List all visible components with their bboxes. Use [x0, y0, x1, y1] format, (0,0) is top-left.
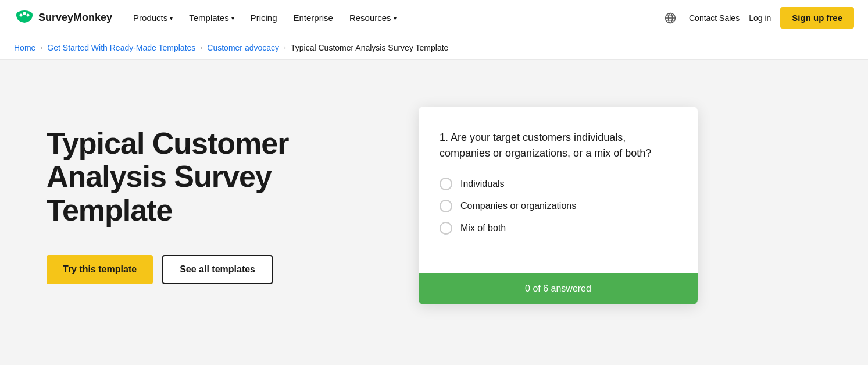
survey-content: 1. Are your target customers individuals… [419, 107, 698, 273]
main-nav: Products ▾ Templates ▾ Pricing Enterpris… [126, 8, 661, 27]
login-link[interactable]: Log in [749, 13, 771, 23]
page-title: Typical Customer Analysis Survey Templat… [47, 127, 372, 227]
svg-point-2 [23, 12, 26, 15]
survey-footer: 0 of 6 answered [419, 273, 698, 304]
hero-left: Typical Customer Analysis Survey Templat… [47, 127, 372, 284]
radio-button[interactable] [440, 178, 452, 190]
language-selector[interactable] [661, 9, 680, 27]
breadcrumb-current: Typical Customer Analysis Survey Templat… [291, 43, 448, 52]
option-label: Mix of both [460, 223, 506, 233]
survey-progress: 0 of 6 answered [525, 284, 591, 293]
svg-point-1 [20, 13, 23, 16]
chevron-down-icon: ▾ [231, 15, 234, 22]
chevron-down-icon: ▾ [394, 15, 397, 22]
contact-sales-link[interactable]: Contact Sales [689, 13, 740, 23]
survey-question: 1. Are your target customers individuals… [440, 130, 677, 161]
site-header: SurveyMonkey Products ▾ Templates ▾ Pric… [0, 0, 868, 36]
nav-templates[interactable]: Templates ▾ [182, 8, 241, 27]
survey-preview: 1. Are your target customers individuals… [419, 107, 698, 304]
signup-button[interactable]: Sign up free [780, 7, 854, 29]
radio-button[interactable] [440, 222, 452, 235]
survey-option-mix[interactable]: Mix of both [440, 222, 677, 235]
nav-enterprise[interactable]: Enterprise [287, 8, 340, 27]
option-label: Individuals [460, 179, 505, 189]
breadcrumb-separator: › [200, 44, 202, 52]
see-templates-button[interactable]: See all templates [162, 255, 273, 284]
breadcrumb-home[interactable]: Home [14, 43, 35, 52]
radio-button[interactable] [440, 200, 452, 212]
option-label: Companies or organizations [460, 201, 576, 211]
nav-products[interactable]: Products ▾ [126, 8, 180, 27]
nav-resources[interactable]: Resources ▾ [342, 8, 403, 27]
breadcrumb-separator: › [40, 44, 42, 52]
cta-buttons: Try this template See all templates [47, 255, 372, 284]
try-template-button[interactable]: Try this template [47, 255, 153, 284]
header-actions: Contact Sales Log in Sign up free [661, 7, 854, 29]
survey-option-companies[interactable]: Companies or organizations [440, 200, 677, 212]
chevron-down-icon: ▾ [170, 15, 173, 22]
svg-point-3 [27, 13, 30, 16]
breadcrumb-templates[interactable]: Get Started With Ready-Made Templates [47, 43, 195, 52]
site-logo[interactable]: SurveyMonkey [14, 10, 112, 26]
survey-options: Individuals Companies or organizations M… [440, 178, 677, 235]
nav-pricing[interactable]: Pricing [244, 8, 284, 27]
main-content: Typical Customer Analysis Survey Templat… [0, 60, 868, 351]
breadcrumb: Home › Get Started With Ready-Made Templ… [0, 36, 868, 60]
survey-option-individuals[interactable]: Individuals [440, 178, 677, 190]
logo-wordmark: SurveyMonkey [38, 12, 112, 24]
breadcrumb-advocacy[interactable]: Customer advocacy [207, 43, 279, 52]
breadcrumb-separator: › [284, 44, 286, 52]
